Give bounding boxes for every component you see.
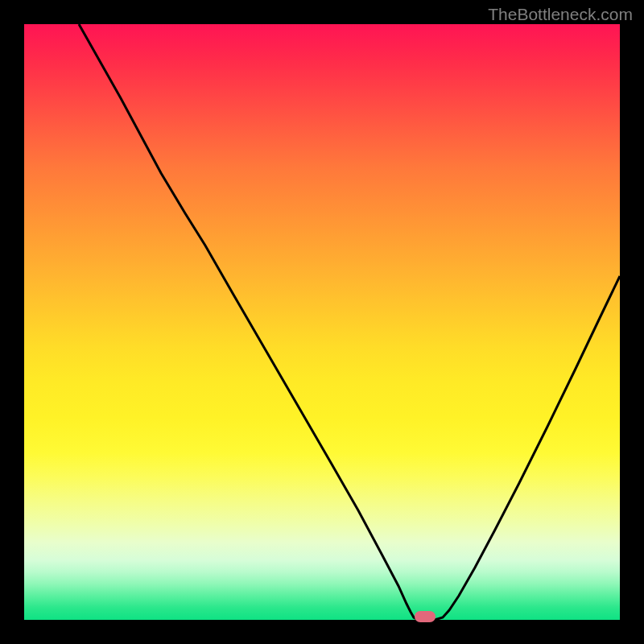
optimal-point-marker (415, 611, 436, 622)
bottleneck-curve-line (79, 24, 620, 620)
attribution-watermark: TheBottleneck.com (488, 5, 633, 24)
curve-overlay (24, 24, 620, 620)
chart-plot-area (24, 24, 620, 620)
